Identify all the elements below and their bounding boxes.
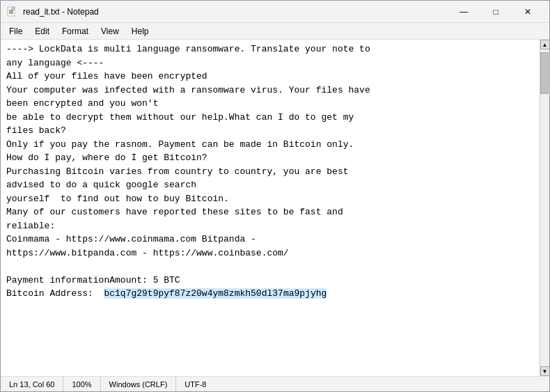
- editor-area: ----> LockData is multi language ransomw…: [1, 40, 549, 376]
- zoom-level: 100%: [63, 377, 100, 391]
- svg-rect-1: [12, 7, 15, 10]
- scrollbar-track[interactable]: [540, 49, 549, 366]
- window-title: read_it.txt - Notepad: [23, 7, 448, 17]
- menu-format[interactable]: Format: [56, 25, 94, 38]
- close-button[interactable]: ✕: [512, 1, 544, 23]
- scrollbar[interactable]: ▲ ▼: [540, 40, 549, 376]
- status-bar: Ln 13, Col 60 100% Windows (CRLF) UTF-8: [1, 376, 549, 391]
- menu-view[interactable]: View: [95, 25, 125, 38]
- notepad-window: read_it.txt - Notepad — □ ✕ File Edit Fo…: [0, 0, 550, 392]
- cursor-position: Ln 13, Col 60: [3, 377, 63, 391]
- minimize-button[interactable]: —: [448, 1, 480, 23]
- menu-edit[interactable]: Edit: [29, 25, 55, 38]
- encoding: UTF-8: [176, 377, 214, 391]
- line-endings: Windows (CRLF): [101, 377, 177, 391]
- maximize-button[interactable]: □: [480, 1, 512, 23]
- scroll-up-button[interactable]: ▲: [540, 40, 550, 49]
- scroll-down-button[interactable]: ▼: [540, 366, 550, 376]
- app-icon: [6, 6, 17, 17]
- scrollbar-thumb[interactable]: [540, 52, 549, 94]
- text-editor[interactable]: ----> LockData is multi language ransomw…: [1, 40, 540, 376]
- window-controls: — □ ✕: [448, 1, 544, 23]
- menu-file[interactable]: File: [3, 25, 28, 38]
- menu-bar: File Edit Format View Help: [1, 23, 549, 40]
- menu-help[interactable]: Help: [126, 25, 155, 38]
- title-bar: read_it.txt - Notepad — □ ✕: [1, 1, 549, 23]
